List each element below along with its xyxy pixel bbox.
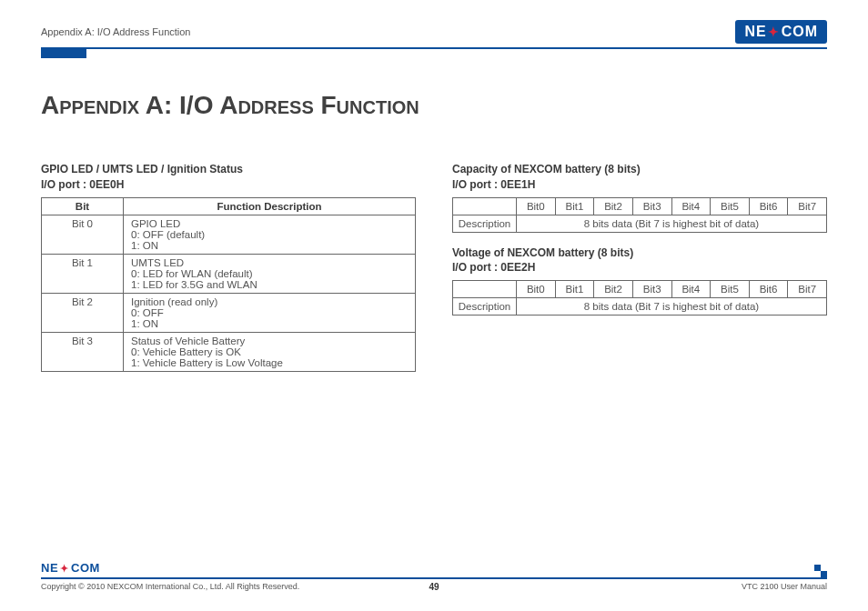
bit-cell: Bit 1 [42, 254, 124, 293]
bit-cell: Bit 3 [42, 332, 124, 371]
copyright-text: Copyright © 2010 NEXCOM International Co… [41, 582, 299, 591]
bit-header: Bit7 [788, 197, 827, 215]
capacity-table: Bit0 Bit1 Bit2 Bit3 Bit4 Bit5 Bit6 Bit7 … [452, 197, 827, 233]
right-column: Capacity of NEXCOM battery (8 bits) I/O … [452, 162, 827, 372]
brand-text-left: NE [744, 24, 766, 40]
bit-header: Bit4 [671, 281, 711, 298]
footer-brand-logo: NE COM [41, 561, 100, 575]
capacity-heading-line2: I/O port : 0EE1H [452, 178, 535, 191]
bit-header: Bit0 [517, 197, 556, 215]
th-bit: Bit [42, 197, 124, 215]
bit-header: Bit5 [711, 197, 750, 215]
desc-label: Description [453, 215, 517, 232]
bit-header: Bit1 [555, 197, 594, 215]
voltage-heading-line1: Voltage of NEXCOM battery (8 bits) [452, 246, 633, 259]
gpio-heading-line1: GPIO LED / UMTS LED / Ignition Status [41, 163, 243, 175]
brand-star-icon [58, 562, 71, 575]
gpio-table: Bit Function Description Bit 0 GPIO LED … [41, 197, 416, 372]
desc-cell: Status of Vehicle Battery 0: Vehicle Bat… [124, 332, 416, 371]
table-row: Bit 0 GPIO LED 0: OFF (default) 1: ON [42, 215, 416, 254]
bit-cell: Bit 2 [42, 293, 124, 332]
bit-header: Bit6 [749, 197, 788, 215]
bit-header: Bit2 [594, 281, 633, 298]
page-title: Appendix A: I/O Address Function [41, 91, 827, 120]
capacity-heading-line1: Capacity of NEXCOM battery (8 bits) [452, 163, 641, 175]
voltage-section-heading: Voltage of NEXCOM battery (8 bits) I/O p… [452, 245, 827, 276]
bit-header: Bit7 [788, 281, 827, 298]
manual-name: VTC 2100 User Manual [742, 582, 827, 591]
bit-header: Bit6 [749, 281, 788, 298]
page-footer: NE COM Copyright © 2010 NEXCOM Internati… [41, 577, 827, 591]
footer-line: Copyright © 2010 NEXCOM International Co… [41, 577, 827, 591]
page-header: Appendix A: I/O Address Function NE COM [41, 20, 827, 49]
page-number: 49 [429, 582, 439, 592]
empty-cell [453, 281, 517, 298]
capacity-section-heading: Capacity of NEXCOM battery (8 bits) I/O … [452, 162, 827, 193]
desc-cell: Ignition (read only) 0: OFF 1: ON [124, 293, 416, 332]
bit-header: Bit0 [517, 281, 556, 298]
bit-header: Bit3 [632, 197, 671, 215]
brand-star-icon [768, 25, 781, 38]
brand-logo: NE COM [735, 20, 827, 44]
table-row: Bit 3 Status of Vehicle Battery 0: Vehic… [42, 332, 416, 371]
bit-header: Bit2 [594, 197, 633, 215]
table-row: Bit 1 UMTS LED 0: LED for WLAN (default)… [42, 254, 416, 293]
bit-header: Bit3 [632, 281, 671, 298]
footer-corner-accent [814, 565, 827, 577]
bit-cell: Bit 0 [42, 215, 124, 254]
voltage-table: Bit0 Bit1 Bit2 Bit3 Bit4 Bit5 Bit6 Bit7 … [452, 280, 827, 316]
desc-cell: GPIO LED 0: OFF (default) 1: ON [124, 215, 416, 254]
voltage-heading-line2: I/O port : 0EE2H [452, 261, 535, 274]
th-desc: Function Description [124, 197, 416, 215]
desc-value: 8 bits data (Bit 7 is highest bit of dat… [517, 298, 827, 316]
empty-cell [453, 197, 517, 215]
gpio-section-heading: GPIO LED / UMTS LED / Ignition Status I/… [41, 162, 416, 193]
desc-value: 8 bits data (Bit 7 is highest bit of dat… [517, 215, 827, 232]
desc-cell: UMTS LED 0: LED for WLAN (default) 1: LE… [124, 254, 416, 293]
brand-text-right: COM [782, 24, 818, 40]
breadcrumb: Appendix A: I/O Address Function [41, 26, 190, 37]
bit-header: Bit5 [711, 281, 750, 298]
bit-header: Bit1 [555, 281, 594, 298]
content-columns: GPIO LED / UMTS LED / Ignition Status I/… [41, 162, 827, 372]
bit-header: Bit4 [671, 197, 711, 215]
table-row: Bit 2 Ignition (read only) 0: OFF 1: ON [42, 293, 416, 332]
header-tab-accent [41, 47, 86, 58]
gpio-heading-line2: I/O port : 0EE0H [41, 178, 124, 191]
desc-label: Description [453, 298, 517, 316]
left-column: GPIO LED / UMTS LED / Ignition Status I/… [41, 162, 416, 372]
